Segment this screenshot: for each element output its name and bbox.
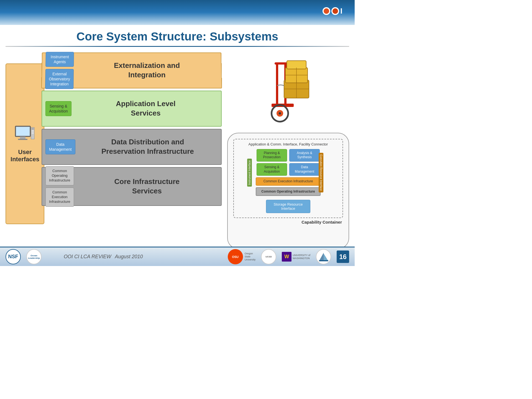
layer-core: CommonOperatingInfrastructure CommonExec… — [42, 167, 222, 206]
instrument-interface-label: Instrument Interface — [247, 158, 252, 186]
svg-rect-1 — [16, 127, 30, 136]
data-management-box: DataManagement — [45, 139, 75, 154]
instrument-agents-box: InstrumentAgents — [45, 52, 74, 67]
osu-text: OSU — [232, 255, 239, 259]
ocean-leadership-logo: Ocean Leadership — [26, 249, 42, 264]
dolly-area — [227, 52, 349, 130]
institution-logo-2: UCSD — [261, 249, 276, 264]
svg-rect-5 — [32, 128, 34, 130]
nsf-text: NSF — [8, 254, 18, 260]
ooi-logo-circles: I — [323, 7, 342, 16]
capability-inner: Application & Comm. Interface, Facility … — [233, 139, 343, 218]
ucsd-text: UCSD — [265, 255, 272, 258]
capability-container-title: Capability Container — [233, 220, 343, 224]
cap-data-management-box: DataManagement — [289, 163, 320, 176]
computer-icon — [14, 125, 36, 144]
svg-rect-6 — [32, 130, 34, 131]
review-label: OOI CI LCA REVIEW August 2010 — [64, 254, 143, 259]
uw-w-badge: W — [282, 252, 291, 262]
osu-circle: OSU — [228, 249, 243, 264]
cap-sensing-acquisition-box: Sensing &Acquisition — [257, 163, 287, 176]
svg-marker-24 — [324, 254, 328, 260]
layer-application: Sensing &Acquisition Application LevelSe… — [42, 91, 222, 127]
footer-review-text: OOI CI LCA REVIEW August 2010 — [53, 254, 143, 260]
page-title: Core System Structure: Subsystems — [0, 25, 355, 46]
ocean-leadership-text: Ocean Leadership — [27, 254, 41, 259]
nsf-logo: NSF — [6, 249, 21, 264]
ooi-i-mark: I — [340, 7, 342, 16]
svg-rect-8 — [32, 133, 34, 134]
data-label: Data Distribution andPreservation Infras… — [79, 137, 221, 156]
ooi-ci-lca-text: OOI CI LCA REVIEW — [64, 254, 111, 259]
stack-container: User Interfaces InstrumentAgents Externa… — [6, 52, 222, 241]
core-boxes: CommonOperatingInfrastructure CommonExec… — [42, 163, 77, 210]
storage-resource-box: Storage Resource Interface — [266, 200, 310, 213]
cap-common-execution-box: Common Execution Infrastructure — [256, 177, 321, 186]
svg-marker-23 — [319, 253, 324, 260]
header-bar: I — [0, 0, 355, 25]
svg-point-15 — [279, 112, 281, 114]
layer-data: DataManagement Data Distribution andPres… — [42, 129, 222, 165]
uw-text: UNIVERSITY ofWASHINGTON — [293, 254, 310, 260]
title-divider — [6, 46, 349, 47]
execution-interface-label: Execution Resource Interface — [319, 153, 323, 192]
planning-prosecution-box: Planning &Prosecution — [257, 149, 287, 162]
app-comm-interface-label: Application & Comm. Interface, Facility … — [237, 142, 340, 147]
common-execution-box: CommonExecutionInfrastructure — [45, 188, 74, 207]
footer: NSF Ocean Leadership OOI CI LCA REVIEW A… — [0, 247, 355, 266]
ooi-circle-right — [331, 7, 339, 15]
ooi-circle-left — [323, 7, 330, 15]
core-label: Core InfrastructureServices — [77, 177, 221, 196]
ext-boxes: InstrumentAgents ExternalObservatoryInte… — [42, 48, 78, 93]
svg-rect-2 — [20, 137, 25, 139]
svg-rect-25 — [319, 260, 328, 261]
sensing-acquisition-box: Sensing &Acquisition — [45, 101, 71, 116]
osu-logo: OSU OregonStateUniversity — [228, 249, 256, 264]
dolly-icon — [260, 58, 316, 124]
sailboat-icon — [318, 251, 329, 262]
right-diagram: Application & Comm. Interface, Facility … — [227, 52, 349, 249]
left-diagram: User Interfaces InstrumentAgents Externa… — [6, 52, 222, 249]
data-boxes: DataManagement — [42, 136, 79, 158]
cap-common-operating-box: Common Operating Infrastructure — [256, 187, 321, 196]
page-number: 16 — [337, 250, 349, 263]
ooi-logo: I — [316, 3, 349, 19]
app-label: Application LevelServices — [75, 99, 221, 118]
user-interfaces-label: User Interfaces — [9, 149, 41, 163]
layer-externalization: InstrumentAgents ExternalObservatoryInte… — [41, 52, 222, 88]
date-text: August 2010 — [115, 254, 143, 259]
uw-logo: W UNIVERSITY ofWASHINGTON — [282, 252, 310, 262]
ext-label: Externalization andIntegration — [77, 61, 221, 80]
user-interfaces-panel: User Interfaces — [6, 63, 44, 224]
svg-rect-7 — [32, 132, 34, 132]
analysis-synthesis-box: Analysis &Synthesis — [289, 149, 320, 162]
app-boxes: Sensing &Acquisition — [42, 98, 75, 119]
main-content: User Interfaces InstrumentAgents Externa… — [0, 50, 355, 252]
oregon-state-text: OregonStateUniversity — [245, 252, 256, 261]
sailboat-logo — [316, 249, 331, 264]
ext-observatory-box: ExternalObservatoryIntegration — [45, 69, 74, 89]
common-operating-box: CommonOperatingInfrastructure — [45, 166, 74, 185]
stack-layers: InstrumentAgents ExternalObservatoryInte… — [42, 52, 222, 206]
capability-container: Application & Comm. Interface, Facility … — [227, 133, 349, 249]
svg-rect-3 — [18, 139, 27, 140]
